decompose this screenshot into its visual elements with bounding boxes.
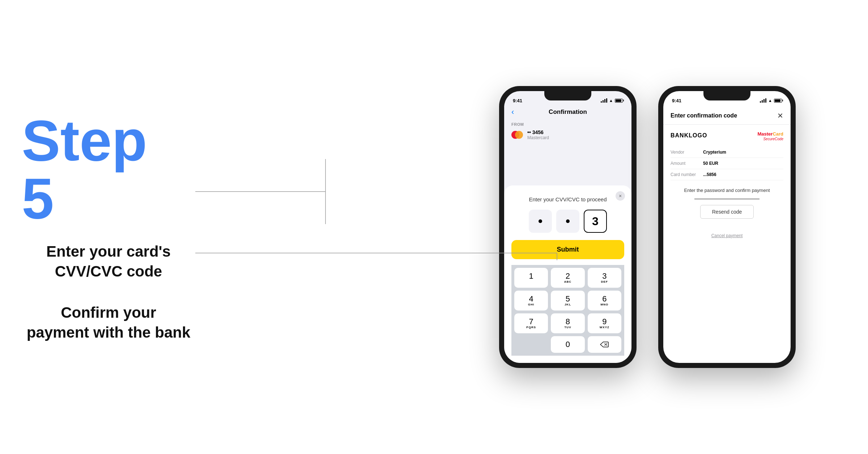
phone2-signal-icon bbox=[760, 98, 766, 103]
phone2-frame: 9:41 ▲ bbox=[658, 86, 796, 368]
numpad: 1 2 ABC 3 DEF bbox=[511, 265, 624, 356]
numpad-key-1[interactable]: 1 bbox=[514, 268, 548, 288]
numpad-row-1: 1 2 ABC 3 DEF bbox=[514, 268, 621, 288]
bank-name: BANKLOGO bbox=[671, 132, 707, 139]
phone1-frame: 9:41 ▲ bbox=[499, 86, 637, 368]
amount-value: 50 EUR bbox=[703, 161, 718, 166]
battery-icon bbox=[615, 99, 623, 103]
phone2-notch bbox=[703, 91, 750, 100]
cvv-digit-1 bbox=[529, 210, 552, 233]
left-panel: Step 5 Enter your card'sCVV/CVC code Con… bbox=[22, 112, 195, 342]
numpad-key-4[interactable]: 4 GHI bbox=[514, 291, 548, 310]
numpad-key-7[interactable]: 7 PQRS bbox=[514, 313, 548, 333]
cvv-digits: 3 bbox=[511, 210, 624, 233]
mastercard-secure-logo: MasterCard SecureCode bbox=[757, 130, 783, 141]
mc-secure-text: SecureCode bbox=[757, 137, 783, 141]
wifi-icon: ▲ bbox=[609, 98, 613, 103]
numpad-key-9[interactable]: 9 WXYZ bbox=[588, 313, 621, 333]
card-number: •• 3456 bbox=[527, 129, 549, 135]
page-container: Step 5 Enter your card'sCVV/CVC code Con… bbox=[0, 0, 868, 454]
phone2-screen: 9:41 ▲ bbox=[663, 91, 791, 363]
numpad-key-0[interactable]: 0 bbox=[551, 336, 584, 353]
password-input-line[interactable] bbox=[694, 199, 760, 199]
numpad-delete-key[interactable] bbox=[588, 336, 621, 353]
numpad-row-4: 0 bbox=[514, 336, 621, 353]
cancel-payment-link[interactable]: Cancel payment bbox=[663, 226, 791, 245]
signal-icon bbox=[601, 98, 607, 103]
numpad-key-6[interactable]: 6 MNO bbox=[588, 291, 621, 310]
vendor-row: Vendor Crypterium bbox=[671, 147, 783, 158]
confirmation-title: Confirmation bbox=[549, 108, 587, 116]
from-label: FROM bbox=[511, 122, 624, 127]
bank-modal-close[interactable]: ✕ bbox=[777, 111, 783, 120]
mastercard-logo bbox=[511, 131, 523, 139]
card-type: Mastercard bbox=[527, 135, 549, 140]
cvv-digit-2 bbox=[556, 210, 579, 233]
vendor-label: Vendor bbox=[671, 150, 703, 155]
numpad-key-5[interactable]: 5 JKL bbox=[551, 291, 584, 310]
bank-modal-header: Enter confirmation code ✕ bbox=[663, 106, 791, 125]
card-number-label: Card number bbox=[671, 172, 703, 177]
phone1-screen: 9:41 ▲ bbox=[504, 91, 631, 363]
mc-master: Master bbox=[757, 131, 773, 137]
phone1-status-icons: ▲ bbox=[601, 98, 623, 103]
cvv-digit-3: 3 bbox=[584, 210, 607, 233]
cvv-modal: × Enter your CVV/CVC to proceed 3 Submit bbox=[504, 185, 631, 363]
password-section: Enter the password and confirm payment R… bbox=[663, 180, 791, 226]
phone2-battery-icon bbox=[774, 99, 782, 103]
numpad-key-2[interactable]: 2 ABC bbox=[551, 268, 584, 288]
confirmation-header: ‹ Confirmation bbox=[504, 106, 631, 119]
step-title: Step 5 bbox=[22, 112, 195, 227]
bank-details: Vendor Crypterium Amount 50 EUR Card num… bbox=[663, 147, 791, 180]
phone1-time: 9:41 bbox=[513, 98, 522, 103]
bank-logos-row: BANKLOGO MasterCard SecureCode bbox=[663, 125, 791, 147]
card-info: •• 3456 Mastercard bbox=[527, 129, 549, 140]
back-button[interactable]: ‹ bbox=[511, 107, 514, 117]
phone1-notch bbox=[544, 91, 591, 100]
phones-area: 9:41 ▲ bbox=[499, 86, 796, 368]
submit-button[interactable]: Submit bbox=[511, 240, 624, 259]
password-prompt: Enter the password and confirm payment bbox=[671, 188, 783, 193]
amount-label: Amount bbox=[671, 161, 703, 166]
phone2-wifi-icon: ▲ bbox=[768, 98, 772, 103]
vendor-value: Crypterium bbox=[703, 150, 726, 155]
numpad-row-2: 4 GHI 5 JKL 6 MNO bbox=[514, 291, 621, 310]
bank-modal-title: Enter confirmation code bbox=[671, 112, 737, 119]
delete-icon bbox=[600, 342, 609, 347]
amount-row: Amount 50 EUR bbox=[671, 158, 783, 169]
numpad-row-3: 7 PQRS 8 TUV 9 WXYZ bbox=[514, 313, 621, 333]
cvv-prompt: Enter your CVV/CVC to proceed bbox=[511, 196, 624, 202]
card-number-value: ...5856 bbox=[703, 172, 716, 177]
numpad-empty bbox=[514, 336, 548, 353]
resend-code-button[interactable]: Resend code bbox=[700, 205, 754, 219]
card-number-row: Card number ...5856 bbox=[671, 169, 783, 180]
phone2-time: 9:41 bbox=[672, 98, 681, 103]
from-section: FROM •• 3456 Mastercard bbox=[504, 119, 631, 144]
modal-close-button[interactable]: × bbox=[616, 191, 625, 201]
numpad-key-3[interactable]: 3 DEF bbox=[588, 268, 621, 288]
card-row: •• 3456 Mastercard bbox=[511, 129, 624, 140]
numpad-key-8[interactable]: 8 TUV bbox=[551, 313, 584, 333]
description-cvv: Enter your card'sCVV/CVC code bbox=[22, 242, 195, 281]
mc-card: Card bbox=[773, 131, 783, 137]
phone2-status-icons: ▲ bbox=[760, 98, 782, 103]
description-confirm: Confirm yourpayment with the bank bbox=[22, 303, 195, 342]
